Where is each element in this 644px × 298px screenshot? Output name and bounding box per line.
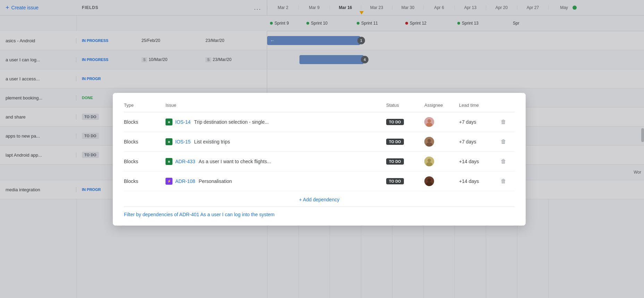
dep-status: TO DO <box>386 178 424 184</box>
svg-text:⊞: ⊞ <box>168 141 170 143</box>
dependency-row: Blocks ⚡ ADR-108 Personalisation TO DO +… <box>124 172 515 191</box>
dep-leadtime: +14 days <box>459 159 501 164</box>
issue-title: Personalisation <box>199 178 232 184</box>
avatar <box>424 176 434 186</box>
filter-dependencies-link[interactable]: Filter by dependencies of ADR-401 As a u… <box>124 207 515 217</box>
dep-assignee <box>424 137 459 147</box>
dependency-row: Blocks ⊞ IOS-14 Trip destination selecti… <box>124 112 515 132</box>
dep-assignee <box>424 157 459 166</box>
dep-issue: ⊞ IOS-14 Trip destination selection - si… <box>166 119 386 125</box>
dep-assignee <box>424 117 459 127</box>
svg-point-14 <box>426 162 432 166</box>
dep-type: Blocks <box>124 159 166 164</box>
dep-delete[interactable]: 🗑 <box>501 139 515 145</box>
avatar <box>424 137 434 147</box>
dep-issue: ⊞ IOS-15 List existing trips <box>166 138 386 145</box>
dependency-row: Blocks ⊞ ADR-433 As a user I want to che… <box>124 152 515 172</box>
dep-status: TO DO <box>386 158 424 165</box>
dep-leadtime: +7 days <box>459 119 501 125</box>
dep-issue: ⊞ ADR-433 As a user I want to check flig… <box>166 158 386 165</box>
issue-icon-lightning: ⚡ <box>166 178 172 185</box>
modal-th-assignee: Assignee <box>424 103 459 108</box>
issue-id[interactable]: IOS-15 <box>175 139 190 144</box>
dep-assignee <box>424 176 459 186</box>
dep-status: TO DO <box>386 139 424 145</box>
delete-icon[interactable]: 🗑 <box>501 119 506 125</box>
modal-table-header: Type Issue Status Assignee Lead time <box>124 103 515 112</box>
add-dependency-button[interactable]: + Add dependency <box>124 191 515 207</box>
issue-title: As a user I want to check flights... <box>199 159 271 164</box>
issue-title: Trip destination selection - single... <box>194 119 269 125</box>
modal-th-type: Type <box>124 103 166 108</box>
avatar <box>424 157 434 166</box>
issue-icon-ios: ⊞ <box>166 138 172 145</box>
dep-status: TO DO <box>386 119 424 125</box>
svg-point-19 <box>426 182 432 186</box>
issue-id[interactable]: IOS-14 <box>175 119 190 125</box>
delete-icon[interactable]: 🗑 <box>501 139 506 145</box>
issue-icon-ios: ⊞ <box>166 119 172 125</box>
modal-th-issue: Issue <box>166 103 386 108</box>
issue-id[interactable]: ADR-433 <box>175 159 195 164</box>
status-todo-badge: TO DO <box>386 178 404 184</box>
status-todo-badge: TO DO <box>386 139 404 145</box>
dep-type: Blocks <box>124 119 166 125</box>
svg-text:⊞: ⊞ <box>168 121 170 123</box>
svg-point-8 <box>427 139 431 142</box>
avatar <box>424 117 434 127</box>
modal-th-leadtime: Lead time <box>459 103 501 108</box>
status-todo-badge: TO DO <box>386 119 404 125</box>
dep-delete[interactable]: 🗑 <box>501 178 515 184</box>
issue-icon-adr: ⊞ <box>166 158 172 165</box>
svg-point-3 <box>427 119 431 123</box>
svg-point-18 <box>427 178 431 182</box>
dep-issue: ⚡ ADR-108 Personalisation <box>166 178 386 185</box>
dep-delete[interactable]: 🗑 <box>501 158 515 165</box>
status-todo-badge: TO DO <box>386 158 404 165</box>
delete-icon[interactable]: 🗑 <box>501 178 506 184</box>
delete-icon[interactable]: 🗑 <box>501 158 506 165</box>
dep-leadtime: +7 days <box>459 139 501 144</box>
issue-id[interactable]: ADR-108 <box>175 178 195 184</box>
svg-point-13 <box>427 159 431 162</box>
svg-point-4 <box>426 123 432 127</box>
issue-title: List existing trips <box>194 139 230 144</box>
dep-delete[interactable]: 🗑 <box>501 119 515 125</box>
modal-th-status: Status <box>386 103 424 108</box>
svg-point-9 <box>426 142 432 147</box>
svg-text:⚡: ⚡ <box>167 179 171 183</box>
svg-text:⊞: ⊞ <box>168 160 170 163</box>
dep-type: Blocks <box>124 178 166 184</box>
dep-type: Blocks <box>124 139 166 144</box>
dependencies-modal: Type Issue Status Assignee Lead time Blo… <box>113 93 526 226</box>
dep-leadtime: +14 days <box>459 178 501 184</box>
dependency-row: Blocks ⊞ IOS-15 List existing trips TO D… <box>124 132 515 152</box>
